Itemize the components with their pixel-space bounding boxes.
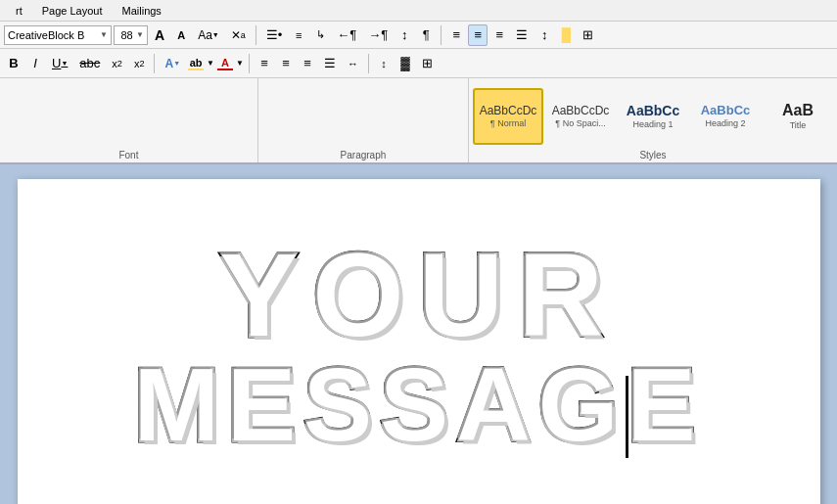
align-right-btn[interactable]: ≡ — [489, 24, 509, 46]
align-center-btn2[interactable]: ≡ — [276, 53, 296, 74]
style-normal-preview: AaBbCcDc — [480, 105, 537, 116]
align-left-btn[interactable]: ≡ — [446, 24, 466, 46]
doc-line2: MESSAGE — [133, 353, 703, 456]
highlight-btn[interactable]: ab — [187, 55, 205, 72]
line-spacing-btn[interactable]: ↕ — [535, 24, 554, 46]
ribbon-row2: B I U▼ abc x2 x2 A▼ ab ▼ A ▼ ≡ ≡ ≡ ☰ ↔ ↕… — [0, 49, 837, 78]
sort-btn[interactable]: ↕ — [395, 24, 414, 46]
multilevel-btn[interactable]: ↳ — [310, 24, 330, 46]
strikethrough-btn[interactable]: abc — [74, 53, 105, 74]
highlight-dropdown[interactable]: ▼ — [207, 59, 214, 68]
style-heading2[interactable]: AaBbCc Heading 2 — [690, 88, 761, 145]
menu-bar: rt Page Layout Mailings — [0, 0, 837, 22]
style-heading2-label: Heading 2 — [705, 118, 745, 128]
font-grow-btn[interactable]: A — [150, 24, 169, 46]
borders-btn2[interactable]: ⊞ — [417, 53, 438, 74]
align-right-btn2[interactable]: ≡ — [298, 53, 317, 74]
style-title-label: Title — [790, 120, 807, 130]
menu-rt[interactable]: rt — [8, 3, 30, 19]
style-normal[interactable]: AaBbCcDc ¶ Normal — [473, 88, 543, 145]
doc-line1: YOUR — [219, 236, 618, 353]
font-shrink-btn[interactable]: A — [171, 24, 191, 46]
text-effects-btn[interactable]: A▼ — [160, 53, 185, 74]
menu-mailings[interactable]: Mailings — [115, 3, 169, 19]
align-center-btn[interactable]: ≡ — [468, 24, 488, 46]
styles-items-row: AaBbCcDc ¶ Normal AaBbCcDc ¶ No Spaci...… — [469, 78, 837, 150]
document-page[interactable]: YOUR MESSAGE — [18, 179, 820, 504]
font-size-box[interactable]: 88 ▼ — [114, 25, 148, 45]
font-color-dropdown[interactable]: ▼ — [236, 59, 244, 68]
menu-page-layout[interactable]: Page Layout — [34, 3, 111, 19]
font-color-btn[interactable]: A — [216, 55, 234, 72]
bold-btn[interactable]: B — [4, 53, 23, 74]
styles-area: Font Paragraph AaBbCcDc ¶ Normal AaBbCcD… — [0, 78, 837, 164]
superscript-btn[interactable]: x2 — [129, 53, 150, 74]
font-name-dropdown[interactable]: ▼ — [100, 30, 108, 39]
fill-color-btn[interactable]: ▓ — [395, 53, 415, 74]
justify-btn2[interactable]: ☰ — [319, 53, 341, 74]
show-hide-btn[interactable]: ¶ — [416, 24, 436, 46]
divider2 — [441, 25, 442, 45]
style-no-spacing-label: ¶ No Spaci... — [555, 118, 605, 128]
font-section-label: Font — [111, 150, 146, 160]
justify-btn[interactable]: ☰ — [511, 24, 533, 46]
decrease-indent-btn[interactable]: ←¶ — [332, 24, 361, 46]
subscript-btn[interactable]: x2 — [107, 53, 127, 74]
style-heading1[interactable]: AaBbCc Heading 1 — [618, 88, 688, 145]
font-size-value: 88 — [117, 29, 136, 41]
font-size-dropdown[interactable]: ▼ — [136, 30, 144, 39]
divider5 — [368, 54, 369, 73]
style-no-spacing[interactable]: AaBbCcDc ¶ No Spaci... — [545, 88, 616, 145]
align-left-btn2[interactable]: ≡ — [255, 53, 274, 74]
style-no-spacing-preview: AaBbCcDc — [552, 105, 610, 116]
increase-indent-btn[interactable]: →¶ — [363, 24, 393, 46]
clear-format-btn[interactable]: ✕a — [226, 24, 251, 46]
divider3 — [154, 54, 155, 73]
divider4 — [249, 54, 250, 73]
style-normal-label: ¶ Normal — [490, 118, 526, 128]
line-spacing-btn2[interactable]: ↕ — [374, 53, 394, 74]
ltr-btn[interactable]: ↔ — [343, 53, 363, 74]
font-name-value: CreativeBlock B — [8, 29, 100, 41]
underline-btn[interactable]: U▼ — [47, 53, 72, 74]
doc-line2-text: MESSAGE — [133, 353, 703, 456]
numbering-btn[interactable]: ≡ — [289, 24, 308, 46]
bullets-btn[interactable]: ☰• — [261, 24, 288, 46]
document-area: YOUR MESSAGE — [0, 164, 837, 504]
style-title-preview: AaB — [782, 103, 814, 118]
style-heading1-preview: AaBbCc — [627, 104, 679, 117]
font-name-box[interactable]: CreativeBlock B ▼ — [4, 25, 112, 45]
styles-section-label: Styles — [631, 150, 674, 160]
italic-btn[interactable]: I — [25, 53, 45, 74]
style-heading2-preview: AaBbCc — [701, 104, 751, 116]
style-title[interactable]: AaB Title — [763, 88, 833, 145]
paragraph-section-label: Paragraph — [333, 150, 395, 160]
change-case-btn[interactable]: Aa▼ — [193, 24, 224, 46]
ribbon-row1: CreativeBlock B ▼ 88 ▼ A A Aa▼ ✕a ☰• ≡ ↳… — [0, 22, 837, 49]
shading-btn[interactable]: █ — [556, 24, 576, 46]
divider1 — [256, 25, 256, 45]
style-heading1-label: Heading 1 — [632, 119, 673, 129]
borders-btn[interactable]: ⊞ — [578, 24, 598, 46]
